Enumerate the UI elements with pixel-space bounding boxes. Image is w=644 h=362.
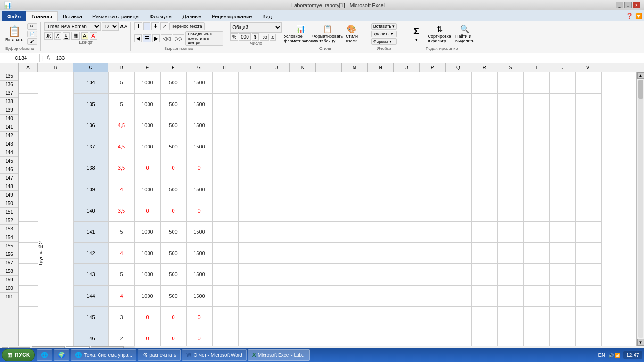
- cell-empty[interactable]: [420, 115, 446, 136]
- cell-empty[interactable]: [368, 264, 394, 285]
- cell-empty[interactable]: [471, 328, 497, 346]
- formula-input[interactable]: [54, 54, 642, 62]
- cell-F[interactable]: 0: [160, 328, 186, 346]
- cell-empty[interactable]: [446, 200, 471, 221]
- cell-empty[interactable]: [264, 264, 290, 285]
- cell-empty[interactable]: [342, 306, 368, 328]
- cell-G[interactable]: 0: [186, 200, 212, 221]
- align-left-button[interactable]: ◀: [134, 34, 142, 42]
- scroll-up-button[interactable]: ▲: [637, 72, 644, 79]
- cell-A[interactable]: [19, 157, 38, 179]
- cell-empty[interactable]: [394, 179, 420, 200]
- cell-empty[interactable]: [368, 93, 394, 115]
- cell-F[interactable]: 0: [160, 200, 186, 221]
- col-header-S[interactable]: S: [497, 63, 523, 72]
- cell-empty[interactable]: [446, 306, 471, 328]
- cell-empty[interactable]: [316, 179, 342, 200]
- cell-empty[interactable]: [420, 136, 446, 157]
- cell-empty[interactable]: [394, 136, 420, 157]
- cell-F[interactable]: 500: [160, 179, 186, 200]
- cell-empty[interactable]: [446, 221, 471, 242]
- shrink-font-button[interactable]: A: [124, 24, 127, 29]
- col-header-V[interactable]: V: [575, 63, 601, 72]
- cell-empty[interactable]: [575, 264, 601, 285]
- cell-empty[interactable]: [212, 93, 238, 115]
- cell-C[interactable]: 145: [73, 306, 108, 328]
- cell-D[interactable]: 3,5: [108, 200, 134, 221]
- cell-E[interactable]: 0: [134, 157, 160, 179]
- cell-empty[interactable]: [471, 221, 497, 242]
- cell-empty[interactable]: [212, 136, 238, 157]
- cell-C[interactable]: 142: [73, 243, 108, 264]
- cell-G[interactable]: 1500: [186, 179, 212, 200]
- cell-empty[interactable]: [394, 306, 420, 328]
- cell-D[interactable]: 3,5: [108, 157, 134, 179]
- cell-empty[interactable]: [238, 72, 264, 93]
- format-painter-button[interactable]: 🖌: [27, 38, 37, 45]
- thousands-button[interactable]: 000: [239, 33, 251, 41]
- cell-empty[interactable]: [394, 93, 420, 115]
- row-header-155[interactable]: 155: [0, 242, 18, 250]
- cell-G[interactable]: 1500: [186, 221, 212, 242]
- cell-empty[interactable]: [368, 115, 394, 136]
- cell-empty[interactable]: [471, 72, 497, 93]
- cell-C[interactable]: 143: [73, 264, 108, 285]
- italic-button[interactable]: К: [54, 32, 61, 40]
- percent-button[interactable]: %: [230, 33, 238, 41]
- cell-empty[interactable]: [212, 285, 238, 306]
- cell-empty[interactable]: [575, 157, 601, 179]
- col-header-H[interactable]: H: [212, 63, 238, 72]
- cell-empty[interactable]: [471, 264, 497, 285]
- align-top-button[interactable]: ⬆: [134, 22, 142, 30]
- tab-file[interactable]: Файл: [2, 11, 26, 21]
- cell-empty[interactable]: [290, 221, 316, 242]
- cell-empty[interactable]: [264, 72, 290, 93]
- tab-page-layout[interactable]: Разметка страницы: [87, 11, 145, 21]
- cell-E[interactable]: 0: [134, 200, 160, 221]
- cell-empty[interactable]: [264, 285, 290, 306]
- sum-button[interactable]: Σ ▾: [407, 25, 426, 43]
- cell-empty[interactable]: [290, 328, 316, 346]
- cell-empty[interactable]: [368, 136, 394, 157]
- cell-C[interactable]: 135: [73, 93, 108, 115]
- cell-empty[interactable]: [316, 285, 342, 306]
- cell-G[interactable]: 1500: [186, 243, 212, 264]
- row-header-150[interactable]: 150: [0, 199, 18, 208]
- cell-empty[interactable]: [575, 136, 601, 157]
- cell-A[interactable]: [19, 200, 38, 221]
- cell-empty[interactable]: [549, 221, 575, 242]
- row-header-146[interactable]: 146: [0, 165, 18, 174]
- row-header-154[interactable]: 154: [0, 233, 18, 242]
- cell-empty[interactable]: [420, 72, 446, 93]
- cell-empty[interactable]: [549, 243, 575, 264]
- cell-empty[interactable]: [342, 200, 368, 221]
- cell-D[interactable]: 4: [108, 243, 134, 264]
- cell-empty[interactable]: [368, 285, 394, 306]
- cell-empty[interactable]: [471, 243, 497, 264]
- col-header-N[interactable]: N: [368, 63, 394, 72]
- format-table-button[interactable]: 📋 Форматировать как таблицу: [314, 23, 340, 45]
- row-header-137[interactable]: 137: [0, 89, 18, 98]
- row-header-144[interactable]: 144: [0, 148, 18, 157]
- cell-empty[interactable]: [290, 264, 316, 285]
- cell-empty[interactable]: [394, 243, 420, 264]
- format-cells-button[interactable]: Формат ▾: [371, 38, 397, 45]
- cell-empty[interactable]: [446, 243, 471, 264]
- col-header-D[interactable]: D: [108, 63, 134, 72]
- cell-D[interactable]: 4: [108, 179, 134, 200]
- col-header-L[interactable]: L: [316, 63, 342, 72]
- cell-empty[interactable]: [523, 93, 549, 115]
- row-header-149[interactable]: 149: [0, 191, 18, 199]
- cell-empty[interactable]: [238, 157, 264, 179]
- cell-empty[interactable]: [575, 93, 601, 115]
- cell-empty[interactable]: [394, 264, 420, 285]
- cell-D[interactable]: 5: [108, 221, 134, 242]
- col-header-O[interactable]: O: [394, 63, 420, 72]
- cell-empty[interactable]: [290, 136, 316, 157]
- cell-empty[interactable]: [290, 157, 316, 179]
- cell-empty[interactable]: [497, 285, 523, 306]
- cell-empty[interactable]: [212, 328, 238, 346]
- grow-font-button[interactable]: A: [120, 24, 124, 29]
- col-header-R[interactable]: R: [471, 63, 497, 72]
- cell-empty[interactable]: [420, 157, 446, 179]
